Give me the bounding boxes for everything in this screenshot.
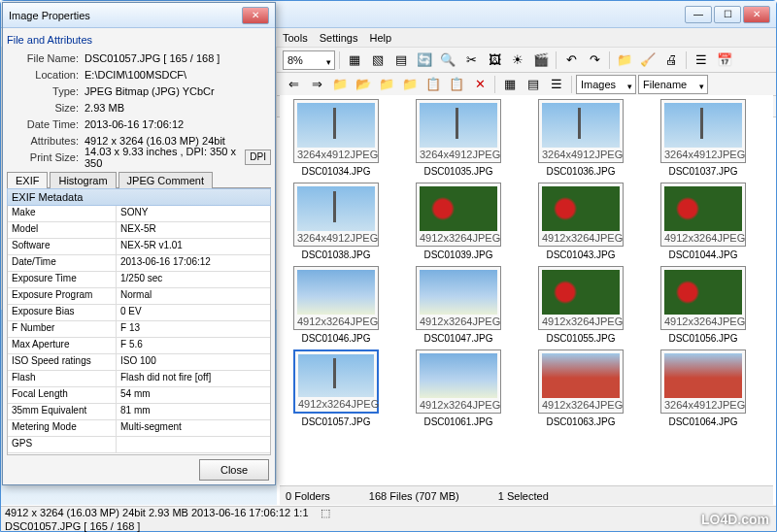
thumbs-statusbar: 0 Folders 168 Files (707 MB) 1 Selected bbox=[280, 485, 773, 505]
tab-histogram[interactable]: Histogram bbox=[50, 172, 116, 188]
exif-row: 35mm Equivalent81 mm bbox=[8, 404, 270, 420]
copy-icon[interactable]: 📋 bbox=[422, 74, 444, 95]
thumbnail[interactable]: 4912x3264JPEGDSC01055.JPG bbox=[528, 266, 633, 344]
thumb-filename: DSC01035.JPG bbox=[423, 166, 492, 177]
thumb-filename: DSC01037.JPG bbox=[668, 166, 737, 177]
main-statusbar: 4912 x 3264 (16.03 MP) 24bit 2.93 MB 201… bbox=[1, 506, 776, 531]
forward-icon[interactable]: ⇒ bbox=[306, 74, 327, 95]
maximize-button[interactable]: ☐ bbox=[714, 6, 741, 23]
thumb-filename: DSC01055.JPG bbox=[546, 333, 615, 344]
sort-select[interactable]: Filename bbox=[638, 75, 708, 94]
refresh-icon[interactable]: 🔄 bbox=[414, 50, 435, 71]
exif-row: Exposure Time1/250 sec bbox=[8, 272, 270, 288]
exif-row: ISO Speed ratingsISO 100 bbox=[8, 354, 270, 371]
view-icon[interactable]: ▤ bbox=[523, 74, 544, 95]
thumb-filename: DSC01061.JPG bbox=[423, 416, 492, 427]
close-button[interactable]: ✕ bbox=[743, 6, 770, 23]
ratio-icon[interactable]: ⬚ bbox=[321, 507, 330, 519]
watermark: LO4D.com bbox=[701, 512, 769, 527]
tool-icon[interactable]: ▧ bbox=[367, 50, 388, 71]
thumbnail[interactable]: 3264x4912JPEGDSC01035.JPG bbox=[406, 99, 511, 177]
thumbnail[interactable]: 4912x3264JPEGDSC01061.JPG bbox=[406, 349, 511, 427]
attr-row: Print Size:14.03 x 9.33 inches , DPI: 35… bbox=[7, 149, 271, 165]
dialog-titlebar[interactable]: Image Properties ✕ bbox=[3, 3, 275, 28]
thumb-filename: DSC01036.JPG bbox=[546, 166, 615, 177]
exif-row: Max ApertureF 5.6 bbox=[8, 338, 270, 354]
exif-row: Date/Time2013-06-16 17:06:12 bbox=[8, 255, 270, 272]
tool-icon[interactable]: ▦ bbox=[344, 50, 365, 71]
dpi-button[interactable]: DPI bbox=[245, 150, 271, 165]
tool-icon[interactable]: ▤ bbox=[390, 50, 412, 71]
status-files: 168 Files (707 MB) bbox=[369, 490, 459, 502]
thumbnail[interactable]: 3264x4912JPEGDSC01036.JPG bbox=[528, 99, 633, 177]
attr-row: Date Time:2013-06-16 17:06:12 bbox=[7, 116, 271, 132]
menu-tools[interactable]: Tools bbox=[283, 32, 308, 44]
tool-icon[interactable]: ✂ bbox=[460, 50, 482, 71]
status-selected: 1 Selected bbox=[498, 490, 549, 502]
thumbnail-grid[interactable]: 3264x4912JPEGDSC01034.JPG3264x4912JPEGDS… bbox=[280, 95, 773, 485]
thumbnail[interactable]: 3264x4912JPEGDSC01064.JPG bbox=[651, 349, 756, 427]
thumbnail[interactable]: 4912x3264JPEGDSC01044.JPG bbox=[651, 183, 756, 260]
tool-icon[interactable]: 🖼 bbox=[484, 50, 505, 71]
exif-row: Exposure Bias0 EV bbox=[8, 305, 270, 321]
view-icon[interactable]: ☰ bbox=[546, 74, 567, 95]
filter-select[interactable]: Images bbox=[576, 75, 636, 94]
thumbnail-area: 3264x4912JPEGDSC01034.JPG3264x4912JPEGDS… bbox=[280, 95, 773, 505]
paste-icon[interactable]: 📋 bbox=[446, 74, 467, 95]
group-title: File and Attributes bbox=[7, 34, 271, 46]
folder-up-icon[interactable]: 📂 bbox=[353, 74, 374, 95]
close-button[interactable]: Close bbox=[199, 459, 269, 481]
thumbnail[interactable]: 4912x3264JPEGDSC01047.JPG bbox=[406, 266, 511, 344]
thumb-filename: DSC01046.JPG bbox=[301, 333, 370, 344]
back-icon[interactable]: ⇐ bbox=[283, 74, 304, 95]
thumbnail[interactable]: 4912x3264JPEGDSC01056.JPG bbox=[651, 266, 756, 344]
zoom-select[interactable]: 8% bbox=[283, 50, 335, 70]
exif-row: SoftwareNEX-5R v1.01 bbox=[8, 239, 270, 255]
exif-row: GPS bbox=[8, 437, 270, 453]
tool-icon[interactable]: ☀ bbox=[507, 50, 528, 71]
thumb-filename: DSC01064.JPG bbox=[668, 416, 737, 427]
exif-table[interactable]: MakeSONYModelNEX-5RSoftwareNEX-5R v1.01D… bbox=[7, 206, 271, 455]
thumbnail[interactable]: 3264x4912JPEGDSC01038.JPG bbox=[284, 183, 388, 260]
thumbnail[interactable]: 4912x3264JPEGDSC01046.JPG bbox=[284, 266, 388, 344]
thumbnail[interactable]: 3264x4912JPEGDSC01037.JPG bbox=[651, 99, 756, 177]
thumbnail[interactable]: 3264x4912JPEGDSC01034.JPG bbox=[284, 99, 388, 177]
attr-row: Type:JPEG Bitmap (JPG) YCbCr bbox=[7, 83, 271, 99]
tool-icon[interactable]: 📁 bbox=[614, 50, 635, 71]
exif-row: F NumberF 13 bbox=[8, 321, 270, 338]
thumb-filename: DSC01044.JPG bbox=[668, 249, 737, 260]
tool-icon[interactable]: ☰ bbox=[691, 50, 712, 71]
delete-icon[interactable]: ✕ bbox=[469, 74, 490, 95]
rotate-left-icon[interactable]: ↶ bbox=[560, 50, 582, 71]
folder-icon[interactable]: 📁 bbox=[329, 74, 351, 95]
minimize-button[interactable]: — bbox=[685, 6, 712, 23]
exif-row: FlashFlash did not fire [off] bbox=[8, 371, 270, 387]
menu-settings[interactable]: Settings bbox=[320, 32, 358, 44]
tool-icon[interactable]: 🔍 bbox=[437, 50, 458, 71]
exif-header: EXIF Metadata bbox=[7, 188, 271, 206]
view-icon[interactable]: ▦ bbox=[499, 74, 521, 95]
folder-new-icon[interactable]: 📁 bbox=[376, 74, 397, 95]
folder-icon[interactable]: 📁 bbox=[399, 74, 421, 95]
attr-row: Location:E:\DCIM\100MSDCF\ bbox=[7, 66, 271, 83]
attr-row: File Name:DSC01057.JPG [ 165 / 168 ] bbox=[7, 50, 271, 66]
exif-row: Focal Length54 mm bbox=[8, 387, 270, 404]
thumb-filename: DSC01063.JPG bbox=[546, 416, 615, 427]
tab-exif[interactable]: EXIF bbox=[7, 172, 48, 188]
exif-row: ModelNEX-5R bbox=[8, 222, 270, 239]
print-icon[interactable]: 🖨 bbox=[660, 50, 682, 71]
thumbnail[interactable]: 4912x3264JPEGDSC01057.JPG bbox=[284, 349, 388, 427]
rotate-right-icon[interactable]: ↷ bbox=[584, 50, 605, 71]
status-folders: 0 Folders bbox=[286, 490, 330, 502]
tool-icon[interactable]: 🎬 bbox=[530, 50, 552, 71]
thumbnail[interactable]: 4912x3264JPEGDSC01043.JPG bbox=[528, 183, 633, 260]
tool-icon[interactable]: 🧹 bbox=[637, 50, 659, 71]
tab-jpeg-comment[interactable]: JPEG Comment bbox=[118, 172, 213, 188]
thumb-filename: DSC01047.JPG bbox=[423, 333, 492, 344]
exif-row: MakeSONY bbox=[8, 206, 270, 222]
dialog-close-icon[interactable]: ✕ bbox=[242, 7, 269, 24]
menu-help[interactable]: Help bbox=[369, 32, 391, 44]
thumbnail[interactable]: 4912x3264JPEGDSC01039.JPG bbox=[406, 183, 511, 260]
tool-icon[interactable]: 📅 bbox=[714, 50, 735, 71]
thumbnail[interactable]: 4912x3264JPEGDSC01063.JPG bbox=[528, 349, 633, 427]
